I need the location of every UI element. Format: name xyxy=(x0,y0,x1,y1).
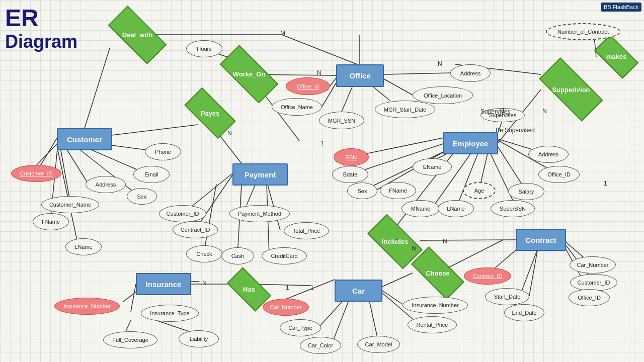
attr-fname_cust: FName xyxy=(33,213,69,230)
entity-car: Car xyxy=(335,280,382,302)
attr-customer_id_pay: Customer_ID xyxy=(159,205,206,222)
be-supervised-label: Be Supervised xyxy=(496,127,535,134)
attr-email: Email xyxy=(133,166,170,183)
attr-address_cust: Address xyxy=(86,176,126,193)
attr-creditcard: CreditCard xyxy=(262,247,307,264)
svg-line-1 xyxy=(282,35,360,65)
line-label-3: 1 xyxy=(320,140,324,147)
line-label-9: N xyxy=(412,245,416,252)
attr-superssn: SuperSSN xyxy=(491,200,535,217)
attr-start_date: Start_Date xyxy=(485,288,529,305)
attr-phone: Phone xyxy=(145,143,181,160)
attr-insurance_type: Insurance_Type xyxy=(141,305,199,322)
line-label-10: 1 xyxy=(286,284,289,291)
diamond-works_on: Works_On xyxy=(221,60,277,88)
svg-line-34 xyxy=(204,184,216,253)
attr-liability: Liability xyxy=(179,330,219,347)
line-label-13: 1 xyxy=(604,180,607,187)
attr-number_of_contract: Number_of_Contract xyxy=(546,23,620,40)
attr-sex_cust: Sex xyxy=(127,188,157,205)
svg-line-50 xyxy=(156,320,189,331)
line-label-4: N xyxy=(227,130,232,137)
attr-sex_emp: Sex xyxy=(347,183,377,199)
attr-mgr_ssn: MGR_SSN xyxy=(319,112,364,129)
attr-address_emp: Address xyxy=(528,146,569,163)
svg-line-7 xyxy=(384,79,413,95)
attr-customer_name: Customer_Name xyxy=(41,196,99,213)
attr-insurance_num_car: Insurance_Number xyxy=(403,297,468,314)
attr-salary: Salary xyxy=(508,183,544,200)
line-label-1: N xyxy=(317,69,321,76)
attr-car_color: Car_Color xyxy=(300,337,341,354)
attr-ssn: SSN xyxy=(334,148,369,166)
attr-insurance_number: Insurance_Number xyxy=(54,298,120,315)
line-label-0: M xyxy=(280,30,285,37)
svg-line-10 xyxy=(342,87,352,112)
attr-car_number: Car_Number xyxy=(263,299,309,316)
attr-lname_emp: LName xyxy=(438,200,474,217)
diamond-has: Has xyxy=(229,278,269,301)
entity-payment: Payment xyxy=(232,163,288,186)
attr-total_price: Total_Price xyxy=(284,222,329,239)
attr-full_coverage: Full_Coverage xyxy=(103,331,157,348)
attr-payment_method: Payment_Method xyxy=(229,205,290,222)
diamond-deal_with: Deal_with xyxy=(110,21,165,49)
attr-cash: Cash xyxy=(221,247,254,264)
svg-line-48 xyxy=(131,284,136,312)
attr-age: Age xyxy=(463,182,496,199)
attr-check: Check xyxy=(186,245,222,262)
entity-contract: Contract xyxy=(516,229,566,251)
svg-line-44 xyxy=(57,146,78,245)
entity-customer: Customer xyxy=(57,128,112,150)
attr-mgr_start_date: MGR_Start_Date xyxy=(375,101,435,118)
attr-hours: Hours xyxy=(186,40,222,57)
diamond-makes: makes xyxy=(596,45,636,68)
line-label-12: 1 xyxy=(310,284,314,291)
attr-fname_emp: FName xyxy=(380,182,416,199)
attr-ename: EName xyxy=(413,158,452,175)
attr-office_id_emp: Office_ID xyxy=(538,166,580,183)
entity-employee: Employee xyxy=(443,132,498,154)
line-label-6: N xyxy=(542,108,547,115)
supervises-label: Supervises xyxy=(480,108,510,115)
attr-customer_id: Customer_ID xyxy=(11,165,61,182)
line-label-11: N xyxy=(202,280,207,287)
attr-contract_id_c: Contract_ID xyxy=(464,267,511,285)
attr-address_office: Address xyxy=(450,64,491,82)
diamond-payes: Payes xyxy=(186,101,234,126)
attr-car_model: Car_Model xyxy=(357,336,400,353)
attr-lname_cust: LName xyxy=(65,238,102,255)
attr-car_type: Car_Type xyxy=(280,319,321,336)
attr-contract_id_pay: Contract_ID xyxy=(173,221,218,238)
attr-end_date: End_Date xyxy=(504,304,544,321)
svg-line-49 xyxy=(126,320,131,331)
attr-mname: MName xyxy=(401,200,440,217)
attr-office_id_contract: Office_ID xyxy=(569,289,610,306)
entity-insurance: Insurance xyxy=(136,273,191,295)
diamond-supperivion: Supperivion xyxy=(541,74,601,105)
svg-line-28 xyxy=(107,125,198,136)
attr-office_id: Office_id xyxy=(286,77,330,95)
svg-line-60 xyxy=(420,240,516,240)
attr-office_name: Office_Name xyxy=(272,98,322,116)
attr-office_location: Office_Location xyxy=(413,86,473,104)
attr-customer_id_contract: Customer_ID xyxy=(570,274,617,291)
svg-line-6 xyxy=(384,73,450,74)
attr-rental_price: Rental_Price xyxy=(408,316,457,333)
svg-line-2 xyxy=(85,48,110,128)
attr-bdate: Bdate xyxy=(332,166,368,183)
svg-line-61 xyxy=(382,273,413,287)
line-label-2: N xyxy=(438,60,442,67)
entity-office: Office xyxy=(336,64,384,87)
line-label-8: N xyxy=(443,238,447,245)
attr-car_number_contract: Car_Number xyxy=(570,256,616,274)
diamond-choose: Choose xyxy=(413,260,463,286)
